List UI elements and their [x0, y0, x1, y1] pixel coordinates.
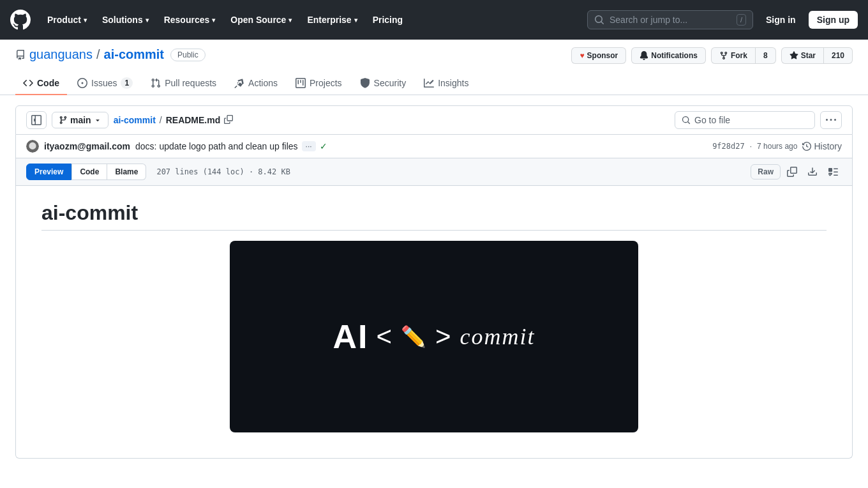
signin-button[interactable]: Sign in: [758, 11, 804, 28]
nav-enterprise[interactable]: Enterprise ▾: [301, 11, 363, 29]
bell-icon: [640, 51, 648, 60]
code-icon: [23, 78, 33, 88]
commit-timestamp: 7 hours ago: [757, 142, 797, 151]
breadcrumb: guanguans / ai-commit Public: [15, 47, 206, 62]
commit-bar: ityaozm@gmail.com docs: update logo path…: [15, 135, 853, 158]
more-options-icon: [826, 115, 836, 125]
readme-banner-image: AI < ✏️ > commit: [230, 241, 638, 432]
preview-tab[interactable]: Preview: [26, 164, 71, 180]
logo-commit-text: commit: [460, 323, 535, 350]
repo-tabs: Code Issues 1 Pull requests Actions Proj…: [15, 72, 853, 95]
sponsor-button[interactable]: ♥ Sponsor: [571, 47, 626, 64]
tab-insights[interactable]: Insights: [416, 72, 476, 95]
nav-items: Product ▾ Solutions ▾ Resources ▾ Open S…: [41, 11, 409, 29]
history-button[interactable]: History: [802, 141, 842, 151]
commit-message: docs: update logo path and clean up file…: [135, 141, 298, 151]
branch-icon: [59, 116, 68, 125]
breadcrumb-separator: /: [96, 47, 100, 62]
star-icon: [789, 51, 798, 60]
commit-author: ityaozm@gmail.com: [44, 141, 130, 151]
github-logo[interactable]: [10, 10, 31, 30]
repo-header: guanguans / ai-commit Public ♥ Sponsor N…: [0, 40, 868, 95]
logo-right-bracket: >: [435, 321, 453, 352]
nav-open-source[interactable]: Open Source ▾: [224, 11, 298, 29]
fork-count-button[interactable]: 8: [756, 47, 776, 64]
commit-expand-button[interactable]: ···: [302, 141, 316, 151]
signup-button[interactable]: Sign up: [809, 11, 858, 29]
file-actions: Raw: [751, 164, 842, 179]
logo-ai-text: AI: [333, 317, 368, 356]
goto-file-button[interactable]: Go to file: [675, 111, 815, 129]
readme-title: ai-commit: [41, 201, 827, 231]
tab-projects[interactable]: Projects: [288, 72, 350, 95]
tab-issues[interactable]: Issues 1: [70, 72, 140, 95]
tab-code[interactable]: Code: [15, 72, 67, 95]
file-controls: Preview Code Blame 207 lines (144 loc) ·…: [15, 158, 853, 186]
visibility-badge: Public: [170, 49, 206, 61]
logo-left-bracket: <: [376, 321, 393, 352]
commit-author-avatar: [26, 140, 39, 153]
solutions-chevron-icon: ▾: [146, 17, 149, 24]
repo-name-link[interactable]: ai-commit: [104, 47, 164, 62]
fork-button[interactable]: Fork: [711, 47, 756, 64]
outline-button[interactable]: [824, 164, 842, 179]
projects-icon: [296, 78, 306, 88]
search-box[interactable]: /: [587, 10, 753, 29]
fork-icon: [719, 51, 728, 60]
file-breadcrumb-current: README.md: [166, 115, 221, 125]
copy-path-button[interactable]: [223, 114, 234, 127]
search-icon: [594, 15, 604, 25]
search-shortcut: /: [737, 14, 746, 26]
repo-owner-link[interactable]: guanguans: [29, 47, 93, 62]
heart-icon: ♥: [580, 51, 584, 60]
tab-security[interactable]: Security: [352, 72, 414, 95]
nav-right: / Sign in Sign up: [587, 10, 858, 29]
issues-count-badge: 1: [121, 77, 133, 89]
file-breadcrumb: ai-commit / README.md: [114, 114, 670, 127]
raw-button[interactable]: Raw: [751, 164, 781, 179]
open-source-chevron-icon: ▾: [288, 17, 292, 24]
list-icon: [828, 167, 838, 177]
star-group: Star 210: [781, 47, 853, 64]
fork-group: Fork 8: [711, 47, 776, 64]
download-button[interactable]: [804, 164, 821, 179]
enterprise-chevron-icon: ▾: [354, 17, 357, 24]
nav-solutions[interactable]: Solutions ▾: [96, 11, 155, 29]
file-breadcrumb-repo-link[interactable]: ai-commit: [114, 115, 156, 125]
commit-right: 9f28d27 · 7 hours ago History: [712, 141, 842, 151]
breadcrumb-slash: /: [158, 115, 163, 125]
check-status-icon: ✓: [320, 141, 327, 151]
readme-content: ai-commit AI < ✏️ > commit: [15, 186, 853, 459]
repo-icon: [15, 50, 26, 60]
tab-actions[interactable]: Actions: [227, 72, 285, 95]
download-icon: [807, 167, 818, 177]
file-stats: 207 lines (144 loc) · 8.42 KB: [156, 167, 290, 176]
security-icon: [360, 78, 370, 88]
code-tab[interactable]: Code: [71, 164, 107, 180]
sidebar-toggle-button[interactable]: [26, 111, 47, 129]
star-count-button[interactable]: 210: [824, 47, 853, 64]
search-small-icon: [682, 116, 691, 125]
sidebar-icon: [31, 115, 41, 125]
copy-raw-button[interactable]: [783, 164, 801, 179]
branch-selector[interactable]: main: [52, 112, 108, 128]
search-input[interactable]: [610, 15, 731, 25]
more-options-button[interactable]: [820, 111, 842, 129]
history-icon: [802, 142, 811, 151]
issues-icon: [77, 78, 87, 88]
star-button[interactable]: Star: [781, 47, 824, 64]
insights-icon: [424, 78, 434, 88]
commit-hash: 9f28d27: [712, 142, 745, 151]
file-view-header: main ai-commit / README.md Go to file: [15, 105, 853, 135]
notifications-button[interactable]: Notifications: [631, 47, 706, 64]
resources-chevron-icon: ▾: [212, 17, 215, 24]
blame-tab[interactable]: Blame: [107, 164, 146, 180]
nav-product[interactable]: Product ▾: [41, 11, 93, 29]
tab-pull-requests[interactable]: Pull requests: [143, 72, 224, 95]
product-chevron-icon: ▾: [84, 17, 87, 24]
nav-pricing[interactable]: Pricing: [366, 11, 409, 29]
nav-resources[interactable]: Resources ▾: [158, 11, 222, 29]
commit-time: ·: [750, 142, 752, 151]
logo-pencil: ✏️: [401, 324, 428, 349]
copy-raw-icon: [787, 167, 797, 177]
